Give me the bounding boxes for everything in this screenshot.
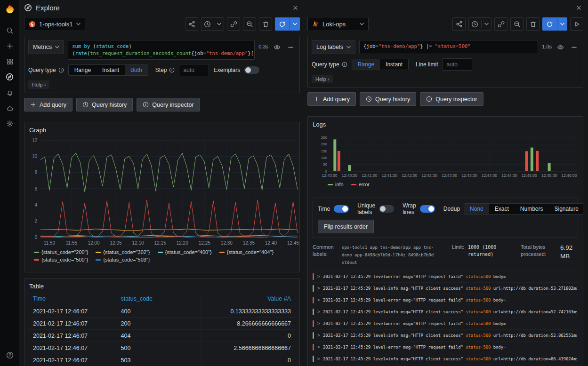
info-icon[interactable] (169, 67, 175, 73)
run-query-button[interactable] (542, 17, 567, 31)
log-row-info[interactable]: >2021-02-17 12:45:29 level=info msg="HTT… (313, 283, 578, 294)
line-limit-input[interactable] (442, 58, 472, 71)
zoom-out-button[interactable] (510, 17, 524, 31)
query-type-label: Query type (28, 67, 56, 73)
table-column-header[interactable]: Time (29, 293, 117, 305)
dedup-option-none[interactable]: None (464, 204, 489, 214)
run-query-button[interactable] (275, 17, 300, 31)
table-cell: 200 (117, 318, 201, 330)
logs-legend-item[interactable]: info (328, 182, 344, 187)
run-query-dropdown[interactable] (290, 17, 300, 31)
sidebar-item-alerting[interactable] (0, 85, 19, 100)
graph-legend-item[interactable]: {status_code="404"} (219, 249, 274, 255)
log-row-info[interactable]: >2021-02-17 12:45:29 level=info msg="HTT… (313, 306, 578, 318)
expand-log-icon[interactable]: > (317, 355, 320, 363)
remove-query-button[interactable] (286, 40, 296, 54)
expand-log-icon[interactable]: > (317, 332, 320, 339)
grafana-logo[interactable] (4, 4, 16, 16)
help-link[interactable]: Help › (28, 80, 49, 89)
time-toggle[interactable] (334, 205, 349, 213)
graph-legend-item[interactable]: {status_code="500"} (34, 257, 88, 263)
dedup-option-signature[interactable]: Signature (548, 204, 583, 214)
query-type-option-range[interactable]: Range (69, 65, 97, 75)
close-left-pane-button[interactable] (290, 3, 300, 12)
clear-all-button[interactable] (259, 17, 272, 31)
query-type-option-instant[interactable]: Instant (380, 59, 408, 70)
graph-legend-item[interactable]: {status_code="302"} (96, 249, 150, 255)
exemplars-toggle[interactable] (244, 66, 259, 74)
help-link[interactable]: Help › (312, 75, 333, 83)
svg-text:12:44:30: 12:44:30 (501, 173, 517, 178)
hide-query-button[interactable] (272, 40, 282, 54)
expand-log-icon[interactable]: > (317, 343, 320, 351)
log-row-error[interactable]: >2021-02-17 12:45:29 level=error msg="HT… (313, 342, 578, 353)
query-inspector-button[interactable]: Query inspector (137, 98, 200, 111)
query-type-option-range[interactable]: Range (352, 59, 380, 70)
query-history-button[interactable]: Query history (76, 98, 133, 111)
expand-log-icon[interactable]: > (317, 308, 320, 316)
copy-link-button[interactable] (494, 17, 507, 31)
graph-legend-item[interactable]: {status_code="200"} (34, 249, 88, 255)
sidebar-item-dashboards[interactable] (0, 54, 19, 69)
query-mode-dropdown-right[interactable]: Log labels (312, 40, 355, 54)
zoom-out-button[interactable] (243, 17, 256, 31)
query-expression-input-right[interactable]: {job="tns-demo/app"} |= "status=500" (359, 40, 538, 54)
minus-icon (571, 44, 578, 51)
help-button[interactable] (6, 351, 14, 360)
info-icon[interactable] (342, 62, 347, 67)
step-input[interactable] (179, 64, 209, 76)
expand-log-icon[interactable]: > (317, 285, 320, 292)
dedup-option-numbers[interactable]: Numbers (515, 204, 549, 214)
sidebar-item-search[interactable] (0, 23, 19, 38)
datasource-picker-left[interactable]: 1-ops-tools1 (24, 17, 85, 31)
query-expression-input-left[interactable]: sum by (status_code)(rate(tns_request_du… (68, 40, 255, 60)
close-right-pane-button[interactable] (574, 3, 583, 12)
sidebar-item-explore[interactable] (0, 69, 19, 85)
time-range-picker[interactable] (201, 17, 224, 31)
sidebar-item-create[interactable] (0, 38, 19, 54)
run-query-dropdown[interactable] (557, 17, 567, 31)
table-column-header[interactable]: status_code (117, 293, 201, 305)
logs-meta: Common labels: ops-tools1 app tns-demo/a… (313, 244, 578, 267)
query-inspector-button[interactable]: Query inspector (420, 92, 483, 106)
sidebar-item-cloud[interactable] (0, 100, 19, 116)
table-column-header[interactable]: Value #A (202, 293, 295, 305)
graph-legend-item[interactable]: {status_code="503"} (96, 257, 150, 263)
hide-query-button[interactable] (556, 40, 565, 54)
share-button[interactable] (185, 17, 198, 31)
share-button[interactable] (452, 17, 466, 31)
svg-text:12:20: 12:20 (177, 240, 188, 246)
expand-log-icon[interactable]: > (317, 296, 320, 304)
remove-query-button[interactable] (569, 40, 579, 54)
query-history-button[interactable]: Query history (360, 92, 416, 106)
svg-text:12:41:30: 12:41:30 (382, 173, 397, 178)
add-query-button[interactable]: Add query (307, 92, 356, 106)
datasource-picker-right[interactable]: Loki-ops (307, 17, 369, 31)
graph-legend-item[interactable]: {status_code="400"} (158, 249, 212, 255)
copy-link-button[interactable] (227, 17, 240, 31)
logs-volume-chart[interactable]: 05010015020025012:40:0012:40:3012:41:001… (313, 135, 578, 179)
log-row-info[interactable]: >2021-02-17 12:45:29 level=info msg="HTT… (313, 330, 578, 342)
logs-legend-item[interactable]: error (351, 182, 370, 187)
flip-results-order-button[interactable]: Flip results order (318, 220, 374, 233)
sidebar-item-configuration[interactable] (0, 116, 19, 131)
log-row-error[interactable]: >2021-02-17 12:45:29 level=error msg="HT… (313, 271, 578, 283)
clear-all-button[interactable] (526, 17, 540, 31)
unique-labels-toggle[interactable] (379, 205, 394, 213)
query-mode-dropdown-left[interactable]: Metrics (28, 40, 64, 54)
query-type-option-instant[interactable]: Instant (97, 65, 125, 75)
metrics-graph[interactable]: 02468101211:5011:5512:0012:0512:1012:151… (24, 136, 299, 247)
time-range-picker[interactable] (468, 17, 491, 31)
log-row-error[interactable]: >2021-02-17 12:45:29 level=error msg="HT… (313, 294, 578, 306)
wrap-lines-toggle[interactable] (420, 205, 435, 213)
add-query-button[interactable]: Add query (24, 98, 72, 111)
expand-log-icon[interactable]: > (317, 320, 320, 327)
info-icon[interactable] (58, 67, 64, 73)
expand-log-icon[interactable]: > (317, 273, 320, 280)
log-row-error[interactable]: >2021-02-17 12:45:29 level=error msg="HT… (313, 318, 578, 330)
chevron-down-icon (484, 23, 489, 25)
dedup-option-exact[interactable]: Exact (489, 204, 515, 214)
query-type-option-both[interactable]: Both (125, 65, 148, 75)
log-row-info[interactable]: >2021-02-17 12:45:29 level=info msg="HTT… (313, 353, 578, 365)
live-tail-button[interactable] (570, 17, 583, 31)
